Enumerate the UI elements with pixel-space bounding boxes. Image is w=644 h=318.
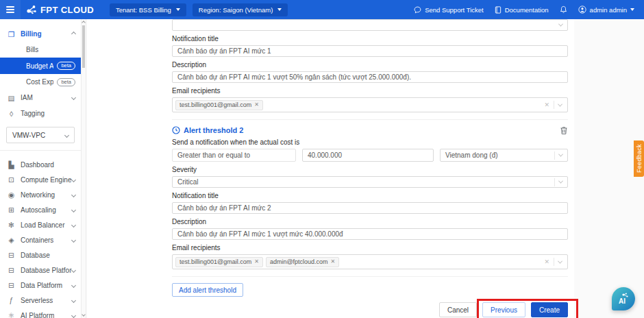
remove-tag-icon[interactable]: ✕ xyxy=(254,259,259,265)
add-alert-threshold-button[interactable]: Add alert threshold xyxy=(172,283,243,297)
chevron-down-icon xyxy=(277,8,282,11)
hamburger-menu-icon[interactable] xyxy=(0,0,21,19)
autoscaling-icon: ⊞ xyxy=(7,206,16,214)
chevron-down-icon xyxy=(71,207,76,212)
form-actions: Cancel Previous Create xyxy=(172,302,568,318)
chevron-down-icon xyxy=(71,95,76,100)
user-menu[interactable]: admin admin xyxy=(578,5,634,14)
severity-label: Severity xyxy=(172,166,568,173)
chevron-down-icon xyxy=(71,267,76,272)
scroll-down-arrow-icon[interactable] xyxy=(82,313,86,317)
sidebar-item-load-balancer[interactable]: ✻ Load Balancer xyxy=(0,217,81,232)
serverless-icon: ƒ xyxy=(7,296,16,304)
vpc-selector[interactable]: VMW-VPC xyxy=(6,127,75,143)
previous-button[interactable]: Previous xyxy=(482,302,525,317)
iam-icon: ▤ xyxy=(7,94,16,102)
description-input-2[interactable] xyxy=(172,228,568,240)
description-label-1: Description xyxy=(172,61,568,69)
condition-label: Send a notification when the actual cost… xyxy=(172,138,568,146)
sidebar-item-cost-explorer[interactable]: Cost Explorer beta xyxy=(0,74,81,90)
remove-tag-icon[interactable]: ✕ xyxy=(254,102,259,108)
chevron-down-icon xyxy=(71,222,76,227)
chevron-down-icon xyxy=(558,179,563,184)
database-icon: ⊟ xyxy=(7,251,16,259)
notification-title-input-2[interactable] xyxy=(172,202,568,214)
sidebar-item-iam[interactable]: ▤ IAM xyxy=(0,90,81,106)
sidebar-menu: ▙ Dashboard ⊡ Compute Engine ◉ Networkin… xyxy=(0,157,81,318)
currency-select[interactable]: Vietnam dong (đ) xyxy=(440,149,568,162)
sidebar: ❐ Billing Bills Budget Alert beta Cost E… xyxy=(0,19,81,318)
severity-select[interactable]: Critical xyxy=(172,176,568,188)
tenant-selector[interactable]: Tenant: BSS Billing xyxy=(110,3,186,16)
budget-alert-form: Notification title Description Email rec… xyxy=(172,19,568,318)
section-divider xyxy=(172,119,568,120)
notification-title-label-2: Notification title xyxy=(172,192,568,199)
top-header: FPT CLOUD Tenant: BSS Billing Region: Sa… xyxy=(0,0,644,19)
sidebar-item-containers[interactable]: ◈ Containers xyxy=(0,232,81,247)
clear-field-icon[interactable]: ✕ xyxy=(544,102,549,108)
sidebar-item-budget-alert[interactable]: Budget Alert beta xyxy=(0,58,81,74)
remove-tag-icon[interactable]: ✕ xyxy=(331,259,336,265)
sidebar-item-database[interactable]: ⊟ Database xyxy=(0,247,81,262)
data-platform-icon: ⊟ xyxy=(7,281,16,289)
ai-platform-icon: ⚛ xyxy=(7,311,16,318)
clear-field-icon[interactable]: ✕ xyxy=(544,259,549,265)
dashboard-icon: ▙ xyxy=(7,160,16,169)
containers-icon: ◈ xyxy=(7,236,16,244)
sidebar-item-dashboard[interactable]: ▙ Dashboard xyxy=(0,157,81,172)
sidebar-scrollbar[interactable] xyxy=(81,19,86,318)
region-selector[interactable]: Region: Saigon (Vietnam) xyxy=(193,3,288,16)
sidebar-item-networking[interactable]: ◉ Networking xyxy=(0,187,81,202)
email-tag: test.billing001@gmail.com ✕ xyxy=(175,100,263,110)
chevron-down-icon xyxy=(71,297,76,302)
create-button[interactable]: Create xyxy=(531,302,568,317)
sidebar-item-tagging[interactable]: ◊ Tagging xyxy=(0,106,81,121)
user-avatar-icon xyxy=(578,5,586,14)
delete-threshold-button[interactable] xyxy=(560,126,568,135)
brand-logo: FPT CLOUD xyxy=(21,0,103,19)
truncated-select[interactable] xyxy=(172,19,568,31)
feedback-tab[interactable]: Feedback xyxy=(634,140,644,177)
ai-logo-icon: AI xyxy=(616,292,631,306)
chevron-down-icon xyxy=(64,132,69,137)
chevron-down-icon xyxy=(558,258,562,263)
amount-input[interactable] xyxy=(302,149,434,162)
ai-assistant-bubble[interactable]: AI xyxy=(612,287,635,310)
database-platform-icon: ⊟ xyxy=(7,266,16,274)
sidebar-item-serverless[interactable]: ƒ Serverless xyxy=(0,293,81,308)
notification-title-label-1: Notification title xyxy=(172,35,568,42)
description-label-2: Description xyxy=(172,218,568,225)
chevron-down-icon xyxy=(558,101,562,106)
cancel-button[interactable]: Cancel xyxy=(439,302,477,317)
support-chat-icon xyxy=(414,6,421,14)
sidebar-item-bills[interactable]: Bills xyxy=(0,42,81,58)
section-divider xyxy=(172,276,568,277)
sidebar-item-database-platform[interactable]: ⊟ Database Platform xyxy=(0,262,81,278)
sidebar-divider xyxy=(0,150,81,151)
sidebar-item-compute-engine[interactable]: ⊡ Compute Engine xyxy=(0,172,81,187)
send-support-ticket-button[interactable]: Send Support Ticket xyxy=(414,6,484,14)
notification-title-input-1[interactable] xyxy=(172,45,568,57)
email-recipients-field-2[interactable]: test.billing001@gmail.com ✕ admin@fptclo… xyxy=(172,254,568,269)
sidebar-item-billing[interactable]: ❐ Billing xyxy=(0,26,81,42)
clock-icon xyxy=(172,126,180,134)
chevron-down-icon xyxy=(71,282,76,287)
documentation-link[interactable]: Documentation xyxy=(495,6,549,14)
operator-select[interactable]: Greater than or equal to xyxy=(172,149,296,162)
chevron-down-icon xyxy=(558,152,563,157)
main-content: Notification title Description Email rec… xyxy=(87,19,574,318)
description-input-1[interactable] xyxy=(172,71,568,83)
fpt-molecule-icon xyxy=(26,5,37,14)
sidebar-item-data-platform[interactable]: ⊟ Data Platform xyxy=(0,278,81,293)
tagging-icon: ◊ xyxy=(7,110,16,118)
sidebar-item-autoscaling[interactable]: ⊞ Autoscaling xyxy=(0,202,81,217)
scrollbar-thumb[interactable] xyxy=(82,25,85,68)
notifications-bell-icon[interactable] xyxy=(560,5,567,14)
scroll-up-arrow-icon[interactable] xyxy=(82,21,86,25)
email-tag: test.billing001@gmail.com ✕ xyxy=(175,257,263,267)
email-recipients-field-1[interactable]: test.billing001@gmail.com ✕ ✕ xyxy=(172,97,568,112)
sidebar-item-ai-platform[interactable]: ⚛ AI Platform xyxy=(0,308,81,318)
compute-engine-icon: ⊡ xyxy=(7,175,16,184)
chevron-down-icon xyxy=(558,22,563,27)
chevron-down-icon xyxy=(71,177,76,182)
